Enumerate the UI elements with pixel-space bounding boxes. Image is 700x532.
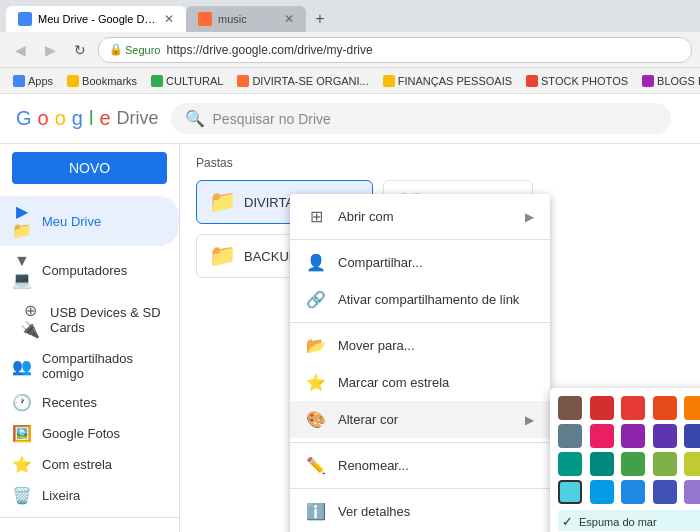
color-swatch-c12[interactable] [590, 452, 614, 476]
ativar-link-label: Ativar compartilhamento de link [338, 292, 534, 307]
computadores-icon: ▼ 💻 [12, 252, 32, 289]
color-swatch-c11[interactable] [558, 452, 582, 476]
menu-item-abrir-com[interactable]: ⊞ Abrir com ▶ [290, 198, 550, 235]
menu-item-detalhes[interactable]: ℹ️ Ver detalhes [290, 493, 550, 530]
new-button[interactable]: NOVO [12, 152, 167, 184]
search-bar[interactable]: 🔍 [171, 103, 671, 134]
ativar-link-icon: 🔗 [306, 290, 326, 309]
stock-bm-icon [526, 75, 538, 87]
color-swatch-c20[interactable] [684, 480, 700, 504]
sidebar-item-computadores-label: Computadores [42, 263, 127, 278]
bookmark-cultural-label: CULTURAL [166, 75, 223, 87]
bookmark-financas[interactable]: FINANÇAS PESSOAIS [378, 73, 517, 89]
sidebar: NOVO ▶ 📁 Meu Drive ▼ 💻 Computadores ⊕ 🔌 … [0, 144, 180, 532]
menu-divider-3 [290, 442, 550, 443]
abrir-com-label: Abrir com [338, 209, 513, 224]
sidebar-item-meu-drive[interactable]: ▶ 📁 Meu Drive [0, 196, 179, 246]
main-body: NOVO ▶ 📁 Meu Drive ▼ 💻 Computadores ⊕ 🔌 … [0, 144, 700, 532]
back-button[interactable]: ◀ [8, 38, 32, 62]
color-swatch-c5[interactable] [684, 396, 700, 420]
logo-e: e [99, 107, 110, 130]
bookmarks-bar: Apps Bookmarks CULTURAL DIVIRTA-SE ORGAN… [0, 68, 700, 94]
alterar-cor-label: Alterar cor [338, 412, 513, 427]
color-swatch-c8[interactable] [621, 424, 645, 448]
bookmark-bookmarks[interactable]: Bookmarks [62, 73, 142, 89]
color-swatch-c3[interactable] [621, 396, 645, 420]
color-swatch-c2[interactable] [590, 396, 614, 420]
forward-button[interactable]: ▶ [38, 38, 62, 62]
color-swatch-c13[interactable] [621, 452, 645, 476]
menu-divider-1 [290, 239, 550, 240]
divirta-bm-icon [237, 75, 249, 87]
bookmark-divirta-label: DIVIRTA-SE ORGANI... [252, 75, 368, 87]
mover-label: Mover para... [338, 338, 534, 353]
color-submenu: ✓ Espuma do mar [550, 388, 700, 532]
bookmark-apps[interactable]: Apps [8, 73, 58, 89]
tab-close-gdrive[interactable]: ✕ [164, 12, 174, 26]
color-swatch-c7[interactable] [590, 424, 614, 448]
new-tab-button[interactable]: + [306, 6, 334, 32]
tab-music[interactable]: music ✕ [186, 6, 306, 32]
music-favicon [198, 12, 212, 26]
logo-drive-text: Drive [117, 108, 159, 129]
folder-backups-icon: 📁 [209, 243, 236, 269]
compartilhar-label: Compartilhar... [338, 255, 534, 270]
menu-item-estrela[interactable]: ⭐ Marcar com estrela [290, 364, 550, 401]
bookmarks-icon [67, 75, 79, 87]
reload-button[interactable]: ↻ [68, 38, 92, 62]
alterar-cor-arrow: ▶ [525, 413, 534, 427]
sidebar-item-usb[interactable]: ⊕ 🔌 USB Devices & SD Cards [0, 295, 179, 345]
financas-bm-icon [383, 75, 395, 87]
tab-gdrive-title: Meu Drive - Google Dri... [38, 13, 158, 25]
sidebar-item-lixeira[interactable]: 🗑️ Lixeira [0, 480, 179, 511]
address-url: https://drive.google.com/drive/my-drive [166, 43, 372, 57]
estrela-menu-label: Marcar com estrela [338, 375, 534, 390]
alterar-cor-icon: 🎨 [306, 410, 326, 429]
color-swatch-c1[interactable] [558, 396, 582, 420]
compartilhar-icon: 👤 [306, 253, 326, 272]
usb-icon: ⊕ 🔌 [20, 301, 40, 339]
menu-item-renomear[interactable]: ✏️ Renomear... [290, 447, 550, 484]
color-swatch-c14[interactable] [653, 452, 677, 476]
bookmark-divirta[interactable]: DIVIRTA-SE ORGANI... [232, 73, 373, 89]
tab-bar: Meu Drive - Google Dri... ✕ music ✕ + [0, 0, 700, 32]
fotos-icon: 🖼️ [12, 424, 32, 443]
color-swatch-c15[interactable] [684, 452, 700, 476]
sidebar-item-compartilhados[interactable]: 👥 Compartilhados comigo [0, 345, 179, 387]
address-bar[interactable]: 🔒 Seguro https://drive.google.com/drive/… [98, 37, 692, 63]
color-swatch-c4[interactable] [653, 396, 677, 420]
color-swatch-c9[interactable] [653, 424, 677, 448]
menu-item-mover[interactable]: 📂 Mover para... [290, 327, 550, 364]
color-swatch-c10[interactable] [684, 424, 700, 448]
sidebar-item-recentes-label: Recentes [42, 395, 97, 410]
color-swatch-c16[interactable] [558, 480, 582, 504]
menu-item-ativar-link[interactable]: 🔗 Ativar compartilhamento de link [290, 281, 550, 318]
sidebar-item-estrela[interactable]: ⭐ Com estrela [0, 449, 179, 480]
menu-item-alterar-cor[interactable]: 🎨 Alterar cor ▶ [290, 401, 550, 438]
search-input[interactable] [213, 111, 657, 127]
sidebar-item-recentes[interactable]: 🕐 Recentes [0, 387, 179, 418]
sidebar-item-backups[interactable]: ☁️ Backups [0, 524, 179, 532]
color-label-text: Espuma do mar [579, 516, 657, 528]
bookmark-blogs[interactable]: BLOGS FAVORITOS [637, 73, 700, 89]
menu-item-compartilhar[interactable]: 👤 Compartilhar... [290, 244, 550, 281]
bookmark-stock[interactable]: STOCK PHOTOS [521, 73, 633, 89]
sidebar-item-fotos[interactable]: 🖼️ Google Fotos [0, 418, 179, 449]
tab-close-music[interactable]: ✕ [284, 12, 294, 26]
detalhes-icon: ℹ️ [306, 502, 326, 521]
logo-o1: o [38, 107, 49, 130]
color-swatch-c6[interactable] [558, 424, 582, 448]
sidebar-item-computadores[interactable]: ▼ 💻 Computadores [0, 246, 179, 295]
meu-drive-icon: ▶ 📁 [12, 202, 32, 240]
mover-icon: 📂 [306, 336, 326, 355]
color-swatch-c19[interactable] [653, 480, 677, 504]
tab-gdrive[interactable]: Meu Drive - Google Dri... ✕ [6, 6, 186, 32]
color-swatch-c17[interactable] [590, 480, 614, 504]
sidebar-item-compartilhados-label: Compartilhados comigo [42, 351, 167, 381]
color-swatch-c18[interactable] [621, 480, 645, 504]
bookmark-cultural[interactable]: CULTURAL [146, 73, 228, 89]
bookmark-blogs-label: BLOGS FAVORITOS [657, 75, 700, 87]
cultural-bm-icon [151, 75, 163, 87]
section-label: Pastas [196, 156, 684, 170]
bookmark-stock-label: STOCK PHOTOS [541, 75, 628, 87]
